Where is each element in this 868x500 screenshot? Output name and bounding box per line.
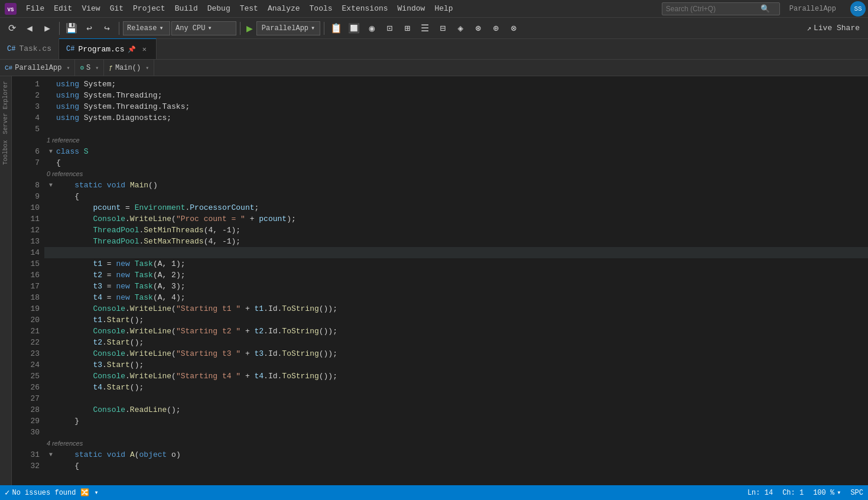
config-label: Release — [127, 24, 157, 33]
menu-window[interactable]: Window — [393, 0, 430, 18]
menu-view[interactable]: View — [77, 0, 105, 18]
nav-project[interactable]: C# ParallelApp ▾ — [0, 60, 75, 76]
code-line-22[interactable]: t2.Start(); — [44, 337, 868, 348]
run-button[interactable]: ▶ — [244, 22, 255, 35]
code-line-13[interactable]: ThreadPool.SetMaxThreads(4, -1); — [44, 236, 868, 247]
code-line-15[interactable]: t1 = new Task(A, 1); — [44, 258, 868, 270]
code-line-25[interactable]: Console.WriteLine("Starting t4 " + t4.Id… — [44, 371, 868, 382]
toolbar-btn-13[interactable]: ⊛ — [470, 20, 486, 37]
code-line-2[interactable]: using System.Threading; — [44, 90, 868, 101]
code-line-9[interactable]: { — [44, 191, 868, 202]
fold-btn-8[interactable]: ▼ — [47, 181, 55, 190]
nav-class[interactable]: ⚙ S ▾ — [75, 60, 104, 76]
code-line-11[interactable]: Console.WriteLine("Proc count = " + pcou… — [44, 213, 868, 225]
nav-fwd[interactable]: ▶ — [39, 20, 56, 37]
save-all[interactable]: 💾 — [63, 20, 80, 37]
fold-btn-31[interactable]: ▼ — [47, 451, 55, 459]
toolbar-btn-14[interactable]: ⊕ — [487, 20, 504, 37]
menu-test[interactable]: Test — [235, 0, 263, 18]
toolbar-btn-11[interactable]: ⊟ — [434, 20, 451, 37]
code-line-1[interactable]: using System; — [44, 79, 868, 90]
toolbar-btn-8[interactable]: ⊡ — [381, 20, 398, 37]
platform-arrow: ▾ — [207, 24, 212, 33]
code-line-29[interactable]: } — [44, 415, 868, 427]
status-left: ✓ No issues found 🔀 ▾ — [5, 488, 99, 498]
code-line-10[interactable]: pcount = Environment.ProcessorCount; — [44, 202, 868, 213]
menu-extensions[interactable]: Extensions — [337, 0, 393, 18]
status-right: Ln: 14 Ch: 1 100 % ▾ SPC — [747, 488, 863, 497]
toolbar-btn-12[interactable]: ◈ — [452, 20, 469, 37]
nav-back[interactable]: ◀ — [21, 20, 38, 37]
menu-build[interactable]: Build — [170, 0, 203, 18]
search-box[interactable]: 🔍 — [662, 2, 780, 15]
undo[interactable]: ↩ — [81, 20, 97, 37]
code-line-12[interactable]: ThreadPool.SetMinThreads(4, -1); — [44, 225, 868, 236]
nav-method[interactable]: ƒ Main() ▾ — [104, 60, 154, 76]
menu-debug[interactable]: Debug — [203, 0, 235, 18]
config-dropdown[interactable]: Release ▾ — [123, 21, 170, 35]
code-line-14[interactable] — [44, 247, 868, 258]
git-branch-label: ▾ — [94, 488, 98, 497]
code-line-27[interactable] — [44, 393, 868, 404]
back-btn[interactable]: ⟳ — [4, 20, 20, 37]
code-line-6[interactable]: ▼class S — [44, 146, 868, 157]
redo[interactable]: ↪ — [99, 20, 115, 37]
menu-edit[interactable]: Edit — [49, 0, 77, 18]
user-avatar[interactable]: SS — [850, 1, 866, 17]
tab-program-close[interactable]: ✕ — [139, 44, 149, 54]
code-line-5[interactable] — [44, 124, 868, 135]
status-issues[interactable]: ✓ No issues found — [5, 488, 76, 498]
code-content[interactable]: using System;using System.Threading;usin… — [44, 76, 868, 485]
menu-git[interactable]: Git — [105, 0, 128, 18]
nav-bar: C# ParallelApp ▾ ⚙ S ▾ ƒ Main() ▾ — [0, 60, 868, 76]
platform-dropdown[interactable]: Any CPU ▾ — [171, 21, 236, 35]
menu-help[interactable]: Help — [430, 0, 457, 18]
tab-program[interactable]: C# Program.cs 📌 ✕ — [59, 38, 157, 59]
run-label[interactable]: ParallelApp ▾ — [256, 21, 320, 35]
toolbar-btn-7[interactable]: ◉ — [363, 20, 380, 37]
code-line-8[interactable]: ▼ static void Main() — [44, 180, 868, 191]
liveshare-button[interactable]: ↗ Live Share — [802, 21, 864, 35]
toolbar-btn-15[interactable]: ⊗ — [505, 20, 522, 37]
code-line-26[interactable]: t4.Start(); — [44, 382, 868, 393]
status-zoom[interactable]: 100 % ▾ — [813, 488, 841, 497]
code-line-hint[interactable]: 4 references — [44, 438, 868, 449]
code-line-23[interactable]: Console.WriteLine("Starting t3 " + t3.Id… — [44, 348, 868, 359]
tab-task[interactable]: C# Task.cs — [0, 38, 59, 59]
sidebar-server-explorer[interactable]: Server Explorer — [1, 79, 10, 137]
code-line-16[interactable]: t2 = new Task(A, 2); — [44, 270, 868, 281]
code-line-21[interactable]: Console.WriteLine("Starting t2 " + t2.Id… — [44, 326, 868, 337]
code-line-19[interactable]: Console.WriteLine("Starting t1 " + t1.Id… — [44, 303, 868, 314]
toolbar-btn-6[interactable]: 🔲 — [346, 20, 362, 37]
tab-program-pin[interactable]: 📌 — [128, 46, 136, 53]
editor-area[interactable]: 1234567891011121314151617181920212223242… — [12, 76, 868, 485]
toolbar-btn-10[interactable]: ☰ — [417, 20, 433, 37]
code-line-hint[interactable]: 1 reference — [44, 135, 868, 146]
code-line-18[interactable]: t4 = new Task(A, 4); — [44, 292, 868, 303]
liveshare-label: Live Share — [814, 24, 860, 33]
fold-btn-6[interactable]: ▼ — [47, 148, 55, 156]
run-dropdown-arrow[interactable]: ▾ — [311, 24, 315, 33]
search-input[interactable] — [666, 5, 760, 13]
code-line-30[interactable] — [44, 427, 868, 438]
vs-logo: VS — [2, 1, 19, 17]
code-line-24[interactable]: t3.Start(); — [44, 359, 868, 371]
toolbar-btn-5[interactable]: 📋 — [328, 20, 344, 37]
code-line-hint[interactable]: 0 references — [44, 168, 868, 180]
menu-tools[interactable]: Tools — [305, 0, 337, 18]
menu-file[interactable]: File — [21, 0, 49, 18]
code-line-17[interactable]: t3 = new Task(A, 3); — [44, 281, 868, 292]
code-line-4[interactable]: using System.Diagnostics; — [44, 112, 868, 124]
menu-project[interactable]: Project — [128, 0, 170, 18]
status-position: Ln: 14 — [747, 489, 773, 497]
code-line-20[interactable]: t1.Start(); — [44, 314, 868, 326]
sidebar-toolbox[interactable]: Toolbox — [1, 138, 10, 167]
nav-class-arrow: ▾ — [95, 64, 99, 72]
code-line-3[interactable]: using System.Threading.Tasks; — [44, 101, 868, 112]
menu-analyze[interactable]: Analyze — [263, 0, 305, 18]
code-line-32[interactable]: { — [44, 460, 868, 472]
code-line-28[interactable]: Console.ReadLine(); — [44, 404, 868, 415]
code-line-31[interactable]: ▼ static void A(object o) — [44, 449, 868, 460]
toolbar-btn-9[interactable]: ⊞ — [399, 20, 415, 37]
code-line-7[interactable]: { — [44, 157, 868, 168]
